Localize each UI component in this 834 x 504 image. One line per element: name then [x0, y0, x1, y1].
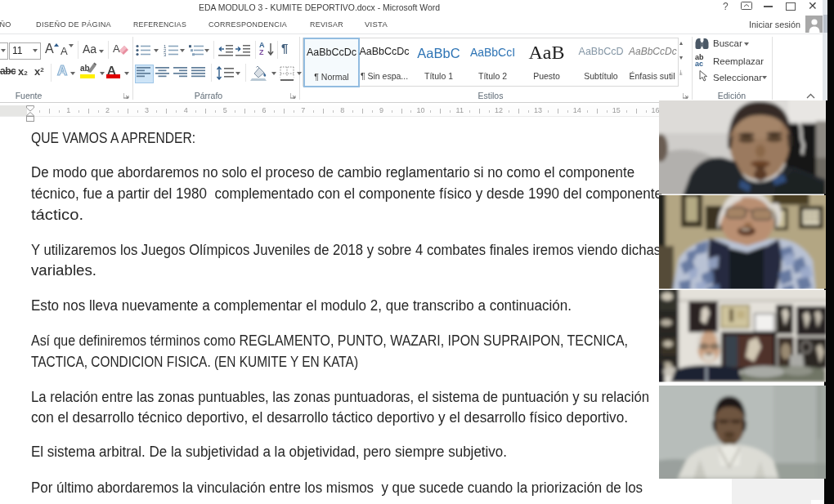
svg-text:3: 3	[164, 52, 167, 57]
